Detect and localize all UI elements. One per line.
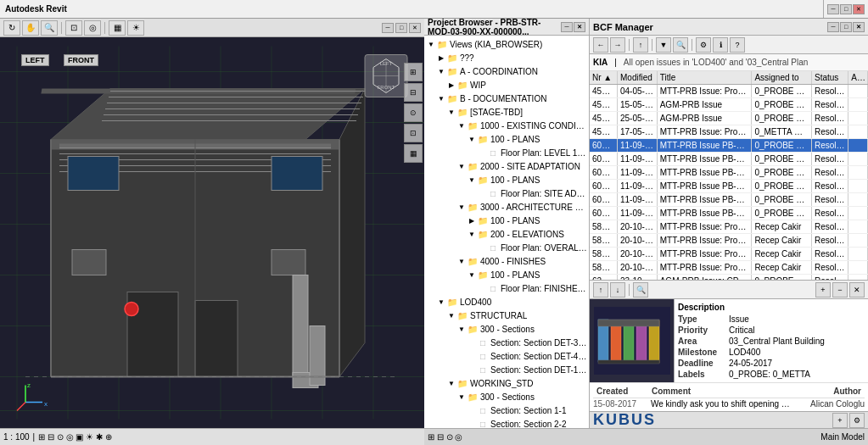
tree-item[interactable]: ▼📁200 - ELEVATIONS — [424, 227, 589, 241]
col-header-nr[interactable]: Nr ▲ — [590, 71, 618, 84]
col-header-assigned[interactable]: Assigned to — [752, 71, 812, 84]
tree-item[interactable]: ▼📁300 - Sections — [424, 322, 589, 336]
tree-item[interactable]: □Section: Section 2-2 — [424, 417, 589, 428]
bcf-row[interactable]: 58105 20-10-2017 MTT-PRB Issue: Provide … — [590, 234, 868, 248]
tree-item[interactable]: ▼📁WORKING_STD — [424, 376, 589, 390]
viewport-close[interactable]: ✕ — [409, 23, 421, 33]
left-view-label[interactable]: LEFT — [21, 54, 49, 66]
bcf-row[interactable]: 58106 20-10-2017 MTT-PRB Issue: Provide … — [590, 248, 868, 261]
sun-path-button[interactable]: ☀ — [127, 20, 144, 36]
tree-expander[interactable]: ▼ — [436, 66, 446, 76]
viewport-maximize[interactable]: □ — [395, 23, 407, 33]
tree-expander[interactable]: ▼ — [436, 297, 446, 307]
tree-expander[interactable]: ▼ — [456, 202, 467, 212]
tree-expander[interactable]: ▼ — [456, 256, 467, 266]
bcf-row[interactable]: 60457 11-09-2017 MTT-PRB Issue PB-ST04_1… — [590, 139, 868, 153]
tree-expander[interactable]: ▼ — [456, 120, 467, 131]
section-box-button[interactable]: ⊡ — [404, 124, 423, 142]
pb-minimize[interactable]: ─ — [561, 22, 573, 32]
tree-item[interactable]: ▶📁??? — [424, 51, 589, 64]
detail-zoom-button[interactable]: 🔍 — [633, 282, 648, 298]
tree-item[interactable]: ▼📁[STAGE-TBD] — [424, 105, 589, 119]
detail-prev-button[interactable]: ↑ — [593, 282, 608, 298]
zoom-all-button[interactable]: ⊞ — [404, 63, 423, 81]
bcf-filter-button[interactable]: ▼ — [656, 37, 671, 53]
tree-expander[interactable]: ▶ — [436, 53, 446, 63]
close-button[interactable]: ✕ — [853, 4, 865, 14]
zoom-selection-button[interactable]: ⊟ — [404, 83, 423, 102]
col-header-modified[interactable]: Modified — [618, 71, 658, 84]
bcf-row[interactable]: 60461 11-09-2017 MTT-PRB Issue PB-ST02_1… — [590, 193, 868, 207]
bcf-row[interactable]: 45015 04-05-2017 MTT-PRB Issue: Provide … — [590, 85, 868, 98]
tree-expander[interactable]: ▼ — [456, 392, 467, 402]
render-button[interactable]: ▦ — [404, 144, 423, 163]
bcf-back-button[interactable]: ← — [593, 37, 608, 53]
col-header-status[interactable]: Status — [812, 71, 848, 84]
tree-item[interactable]: ▼📁B - DOCUMENTATION — [424, 92, 589, 105]
bcf-row[interactable]: 45014 17-05-2017 MTT-PRB Issue: Provide … — [590, 125, 868, 139]
tree-expander[interactable]: ▼ — [467, 229, 477, 239]
orbit-button[interactable]: ↻ — [3, 20, 20, 36]
tree-item[interactable]: ▼📁3000 - ARCHITECTURE OVERVIEW — [424, 200, 589, 214]
tree-item[interactable]: ▶📁100 - PLANS — [424, 214, 589, 227]
steering-wheels-button[interactable]: ◎ — [84, 20, 101, 36]
tree-item[interactable]: ▼📁LOD400 — [424, 295, 589, 309]
tree-expander[interactable]: ▶ — [467, 215, 477, 225]
tree-item[interactable]: □Section: Section DET-3 (TY) — [424, 336, 589, 349]
zoom-button[interactable]: 🔍 — [41, 20, 58, 36]
viewport-minimize[interactable]: ─ — [382, 23, 394, 33]
detail-close-button[interactable]: ✕ — [849, 282, 865, 298]
bcf-row[interactable]: 45654 15-05-2017 AGM-PRB Issue 0_PROBE S… — [590, 98, 868, 112]
tree-expander[interactable]: ▼ — [426, 39, 436, 49]
tree-item[interactable]: ▼📁4000 - FINISHES — [424, 254, 589, 268]
bcf-minimize[interactable]: ─ — [827, 22, 839, 32]
bcf-row[interactable]: 60460 11-09-2017 MTT-PRB Issue PB-ST01_1… — [590, 180, 868, 193]
tree-item[interactable]: □Floor Plan: LEVEL 1 EXISTIN — [424, 146, 589, 159]
visual-style-button[interactable]: ▦ — [109, 20, 126, 36]
tree-container[interactable]: ▼📁Views (KIA_BROWSER)▶📁???▼📁A - COORDINA… — [424, 36, 589, 428]
bcf-row[interactable]: 45661 25-05-2017 AGM-PRB Issue 0_PROBE S… — [590, 112, 868, 125]
tree-item[interactable]: ▼📁Views (KIA_BROWSER) — [424, 37, 589, 51]
tree-expander[interactable]: ▼ — [467, 270, 477, 280]
col-header-title[interactable]: Title — [658, 71, 753, 84]
viewport-3d[interactable]: FRONT LEFT x z LEFT FRONT ⊞ ⊟ ⊙ — [0, 37, 424, 428]
bcf-settings-button[interactable]: ⚙ — [696, 37, 711, 53]
footer-add-button[interactable]: + — [832, 413, 848, 428]
tree-item[interactable]: ▼📁STRUCTURAL — [424, 309, 589, 322]
zoom-fit-button[interactable]: ⊙ — [404, 103, 423, 122]
bcf-image-area[interactable] — [590, 299, 675, 382]
tree-item[interactable]: ▼📁A - COORDINATION — [424, 64, 589, 78]
tree-expander[interactable]: ▼ — [467, 175, 477, 185]
tree-expander[interactable]: ▼ — [446, 310, 456, 320]
tree-expander[interactable]: ▼ — [446, 378, 456, 388]
bcf-row[interactable]: 58104 20-10-2017 MTT-PRB Issue: Provide … — [590, 220, 868, 234]
app-menu[interactable]: Autodesk Revit — [0, 0, 824, 18]
tree-item[interactable]: □Floor Plan: FINISHES, GRAD... — [424, 281, 589, 295]
tree-expander[interactable]: ▼ — [446, 107, 456, 117]
detail-next-button[interactable]: ↓ — [610, 282, 625, 298]
bcf-table[interactable]: Nr ▲ Modified Title Assigned to Status A… — [590, 71, 868, 280]
bcf-maximize[interactable]: □ — [840, 22, 852, 32]
bcf-forward-button[interactable]: → — [610, 37, 625, 53]
tree-item[interactable]: □Section: Section DET-4 (TY) — [424, 349, 589, 363]
detail-add-button[interactable]: + — [815, 282, 831, 298]
tree-item[interactable]: □Floor Plan: OVERALL EAST E... — [424, 241, 589, 254]
tree-item[interactable]: □Section: Section 1-1 — [424, 403, 589, 417]
bcf-row[interactable]: 58107 20-10-2017 MTT-PRB Issue: Provide … — [590, 261, 868, 275]
footer-settings-button[interactable]: ⚙ — [849, 413, 865, 428]
pb-close[interactable]: ✕ — [574, 22, 585, 32]
bcf-row[interactable]: 60459 11-09-2017 MTT-PRB Issue PB-ST06_1… — [590, 166, 868, 180]
tree-item[interactable]: ▼📁100 - PLANS — [424, 132, 589, 146]
pan-button[interactable]: ✋ — [22, 20, 39, 36]
maximize-button[interactable]: □ — [840, 4, 852, 14]
tree-item[interactable]: □Floor Plan: SITE ADAPTATIO... — [424, 186, 589, 200]
bcf-row[interactable]: 60458 11-09-2017 MTT-PRB Issue PB-ST05_1… — [590, 153, 868, 166]
tree-item[interactable]: ▼📁100 - PLANS — [424, 173, 589, 186]
bcf-search-button[interactable]: 🔍 — [673, 37, 688, 53]
view-cube-button[interactable]: ⊡ — [65, 20, 82, 36]
tree-expander[interactable]: ▼ — [456, 324, 467, 334]
front-view-label[interactable]: FRONT — [64, 54, 98, 66]
bcf-row[interactable]: 60462 11-09-2017 MTT-PRB Issue PB-ST03_1… — [590, 207, 868, 220]
tree-expander[interactable]: ▼ — [436, 93, 446, 103]
tree-expander[interactable]: ▼ — [467, 134, 477, 144]
